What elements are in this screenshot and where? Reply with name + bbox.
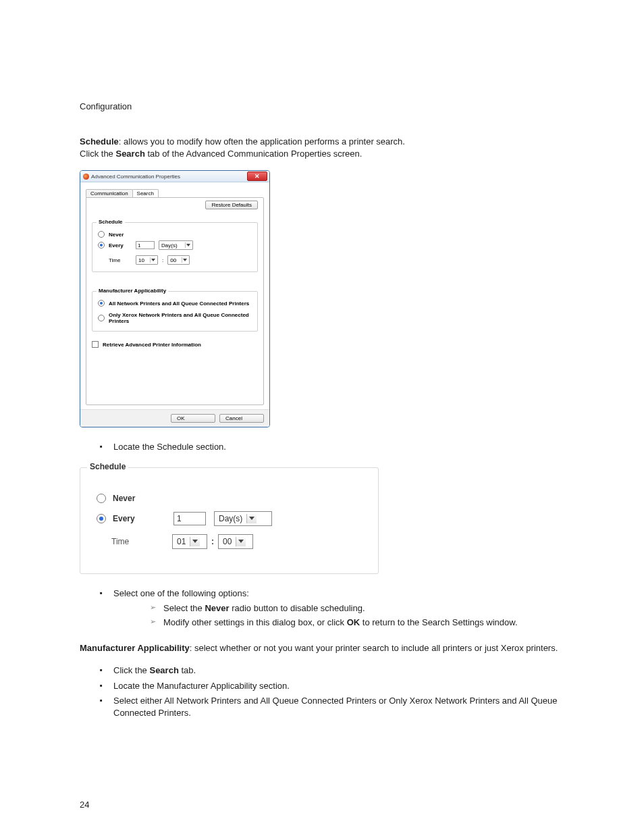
every-unit-select[interactable]: Day(s) <box>159 240 193 250</box>
every-value-input[interactable]: 1 <box>136 241 155 249</box>
time-hour-value: 10 <box>138 257 144 263</box>
radio-mfg-all[interactable] <box>98 300 105 307</box>
time-hour-value: 01 <box>177 537 186 546</box>
radio-mfg-xerox[interactable] <box>98 315 105 321</box>
cancel-button[interactable]: Cancel <box>219 414 264 423</box>
chevron-down-icon <box>182 257 188 263</box>
schedule-zoom: Schedule Never Every 1 Day(s) Time 01 : <box>80 467 379 574</box>
label-time: Time <box>111 537 151 546</box>
schedule-zoom-legend: Schedule <box>87 462 128 471</box>
mfg-group-legend: Manufacturer Applicability <box>97 288 168 294</box>
close-icon[interactable]: ✕ <box>247 172 267 181</box>
chevron-down-icon <box>190 537 200 546</box>
label-mfg-xerox: Only Xerox Network Printers and All Queu… <box>109 312 252 324</box>
every-unit-select[interactable]: Day(s) <box>214 511 272 526</box>
label-every: Every <box>109 242 132 249</box>
dialog-title: Advanced Communication Properties <box>91 174 180 180</box>
time-separator: : <box>162 257 163 263</box>
label-never: Never <box>109 232 124 238</box>
label-time: Time <box>109 257 132 263</box>
label-never: Never <box>113 494 152 503</box>
ok-button[interactable]: OK <box>171 414 215 423</box>
radio-every[interactable] <box>97 514 106 523</box>
intro-rest: : allows you to modify how often the app… <box>119 136 405 147</box>
list-item: Modify other settings in this dialog box… <box>113 617 564 629</box>
list-item: Locate the Schedule section. <box>80 441 564 453</box>
retrieve-checkbox[interactable] <box>92 341 99 348</box>
dialog-window: Advanced Communication Properties ✕ Comm… <box>80 170 270 427</box>
tab-communication[interactable]: Communication <box>86 189 133 197</box>
time-separator: : <box>211 537 214 546</box>
radio-never[interactable] <box>97 494 106 503</box>
dialog-titlebar[interactable]: Advanced Communication Properties ✕ <box>80 171 269 182</box>
mfg-rest: : select whether or not you want your pr… <box>190 643 558 653</box>
time-minute-select[interactable]: 00 <box>167 255 190 265</box>
label-retrieve: Retrieve Advanced Printer Information <box>103 342 201 348</box>
list-item: Click the Search tab. <box>80 664 564 677</box>
list-item: Select the Never radio button to disable… <box>113 602 564 615</box>
chevron-down-icon <box>150 257 156 263</box>
page-number: 24 <box>80 800 89 810</box>
time-minute-value: 00 <box>223 537 232 546</box>
time-minute-value: 00 <box>170 257 176 263</box>
radio-never[interactable] <box>98 231 105 238</box>
label-every: Every <box>113 514 152 523</box>
tab-search[interactable]: Search <box>132 189 159 197</box>
intro-line2-a: Click the <box>80 149 115 159</box>
time-hour-select[interactable]: 10 <box>136 255 158 265</box>
every-value-input[interactable]: 1 <box>173 512 206 525</box>
list-item: Locate the Manufacturer Applicability se… <box>80 680 564 692</box>
intro-paragraph: Schedule: allows you to modify how often… <box>80 136 564 160</box>
time-minute-select[interactable]: 00 <box>218 534 253 549</box>
mfg-bold: Manufacturer Applicability <box>80 643 190 653</box>
every-unit-value: Day(s) <box>219 514 242 523</box>
section-title: Configuration <box>80 101 564 111</box>
list-item: Select one of the following options: Sel… <box>80 588 564 629</box>
every-unit-value: Day(s) <box>161 242 178 249</box>
chevron-down-icon <box>246 514 257 523</box>
radio-every[interactable] <box>98 242 105 249</box>
restore-defaults-button[interactable]: Restore Defaults <box>205 201 258 209</box>
label-mfg-all: All Network Printers and All Queue Conne… <box>109 301 249 307</box>
schedule-group-legend: Schedule <box>97 219 125 225</box>
intro-bold: Schedule <box>80 136 119 147</box>
list-item: Select either All Network Printers and A… <box>80 695 564 719</box>
chevron-down-icon <box>185 242 191 248</box>
intro-line2-b: tab of the Advanced Communication Proper… <box>145 149 363 159</box>
intro-line2-bold: Search <box>115 149 144 159</box>
app-icon <box>83 174 89 180</box>
time-hour-select[interactable]: 01 <box>172 534 207 549</box>
chevron-down-icon <box>236 537 246 546</box>
mfg-paragraph: Manufacturer Applicability: select wheth… <box>80 642 564 654</box>
